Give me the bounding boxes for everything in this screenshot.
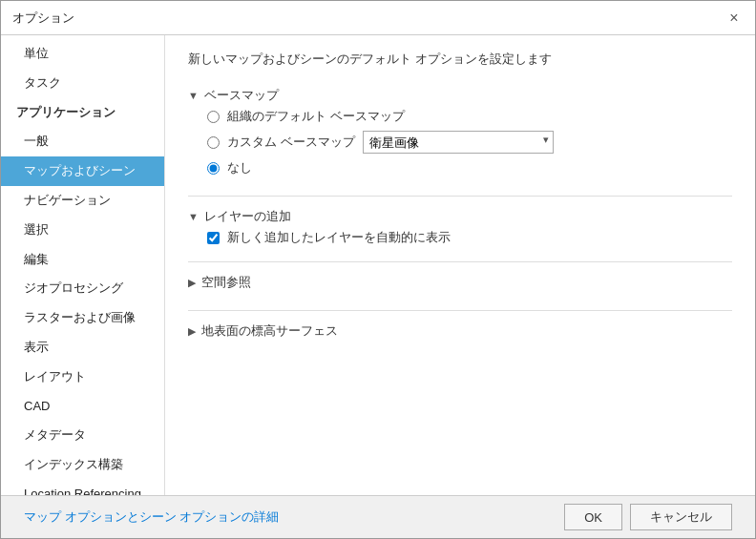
layer-add-section: ▼ レイヤーの追加 新しく追加したレイヤーを自動的に表示 bbox=[188, 204, 732, 246]
spatial-ref-section-title: 空間参照 bbox=[201, 274, 251, 291]
basemap-section-content: 組織のデフォルト ベースマップ カスタム ベースマップ 衛星画像 地形図 道路地… bbox=[188, 108, 732, 176]
sidebar-item-location-referencing[interactable]: Location Referencing bbox=[1, 480, 164, 495]
main-description: 新しいマップおよびシーンのデフォルト オプションを設定します bbox=[188, 51, 732, 68]
basemap-section-title: ベースマップ bbox=[204, 87, 279, 104]
basemap-dropdown[interactable]: 衛星画像 地形図 道路地図 地図なし bbox=[363, 131, 554, 154]
footer: マップ オプションとシーン オプションの詳細 OK キャンセル bbox=[1, 495, 755, 538]
sidebar-item-index-construction[interactable]: インデックス構築 bbox=[1, 450, 164, 480]
footer-link[interactable]: マップ オプションとシーン オプションの詳細 bbox=[24, 508, 279, 526]
radio-item-custom: カスタム ベースマップ 衛星画像 地形図 道路地図 地図なし bbox=[207, 131, 732, 154]
basemap-section: ▼ ベースマップ 組織のデフォルト ベースマップ カスタム ベースマップ bbox=[188, 83, 732, 180]
radio-custom[interactable] bbox=[207, 136, 220, 149]
divider-3 bbox=[188, 310, 732, 311]
dialog-body: 単位 タスク アプリケーション 一般 マップおよびシーン ナビゲーション 選択 … bbox=[1, 35, 755, 495]
surface-chevron: ▶ bbox=[188, 325, 196, 338]
basemap-section-header[interactable]: ▼ ベースマップ bbox=[188, 83, 732, 108]
sidebar-item-navigation[interactable]: ナビゲーション bbox=[1, 186, 164, 216]
divider-1 bbox=[188, 196, 732, 197]
ok-button[interactable]: OK bbox=[564, 504, 622, 530]
sidebar-item-task[interactable]: タスク bbox=[1, 69, 164, 98]
sidebar-item-selection[interactable]: 選択 bbox=[1, 216, 164, 245]
main-content: 新しいマップおよびシーンのデフォルト オプションを設定します ▼ ベースマップ … bbox=[165, 35, 755, 495]
dialog-title: オプション bbox=[12, 10, 74, 27]
sidebar-item-application: アプリケーション bbox=[1, 98, 164, 128]
sidebar-item-metadata[interactable]: メタデータ bbox=[1, 421, 164, 450]
layer-add-section-header[interactable]: ▼ レイヤーの追加 bbox=[188, 204, 732, 229]
divider-2 bbox=[188, 261, 732, 262]
radio-item-none: なし bbox=[207, 159, 732, 176]
spatial-ref-chevron: ▶ bbox=[188, 277, 196, 289]
cancel-button[interactable]: キャンセル bbox=[630, 504, 732, 530]
close-button[interactable]: × bbox=[724, 9, 744, 28]
sidebar-item-display[interactable]: 表示 bbox=[1, 333, 164, 363]
layer-auto-display-checkbox[interactable] bbox=[207, 232, 220, 244]
surface-section-header[interactable]: ▶ 地表面の標高サーフェス bbox=[188, 319, 732, 343]
layer-add-section-title: レイヤーの追加 bbox=[204, 208, 291, 225]
radio-org-default[interactable] bbox=[207, 111, 220, 123]
layer-auto-display-item: 新しく追加したレイヤーを自動的に表示 bbox=[207, 229, 732, 246]
layer-add-section-content: 新しく追加したレイヤーを自動的に表示 bbox=[188, 229, 732, 246]
radio-none[interactable] bbox=[207, 162, 220, 175]
sidebar-item-map-scene[interactable]: マップおよびシーン bbox=[1, 156, 164, 186]
basemap-chevron: ▼ bbox=[188, 90, 199, 101]
sidebar-item-unit[interactable]: 単位 bbox=[1, 39, 164, 69]
radio-org-default-label: 組織のデフォルト ベースマップ bbox=[227, 108, 405, 125]
sidebar-item-cad[interactable]: CAD bbox=[1, 392, 164, 422]
basemap-radio-group: 組織のデフォルト ベースマップ カスタム ベースマップ 衛星画像 地形図 道路地… bbox=[207, 108, 732, 176]
radio-custom-label: カスタム ベースマップ bbox=[227, 134, 355, 151]
surface-section: ▶ 地表面の標高サーフェス bbox=[188, 319, 732, 343]
radio-item-org-default: 組織のデフォルト ベースマップ bbox=[207, 108, 732, 125]
options-dialog: オプション × 単位 タスク アプリケーション 一般 マップおよびシーン ナビゲ… bbox=[0, 0, 756, 539]
sidebar-item-raster-image[interactable]: ラスターおよび画像 bbox=[1, 303, 164, 333]
dropdown-wrapper: 衛星画像 地形図 道路地図 地図なし bbox=[363, 131, 554, 154]
sidebar-item-geoprocessing[interactable]: ジオプロセシング bbox=[1, 274, 164, 303]
button-group: OK キャンセル bbox=[564, 504, 732, 530]
sidebar-item-general[interactable]: 一般 bbox=[1, 127, 164, 156]
sidebar-item-layout[interactable]: レイアウト bbox=[1, 363, 164, 392]
sidebar-item-edit[interactable]: 編集 bbox=[1, 245, 164, 275]
surface-section-title: 地表面の標高サーフェス bbox=[201, 322, 338, 340]
radio-none-label: なし bbox=[227, 159, 252, 176]
spatial-ref-section: ▶ 空間参照 bbox=[188, 270, 732, 295]
layer-add-chevron: ▼ bbox=[188, 211, 199, 222]
sidebar: 単位 タスク アプリケーション 一般 マップおよびシーン ナビゲーション 選択 … bbox=[1, 35, 165, 495]
titlebar: オプション × bbox=[1, 1, 755, 35]
spatial-ref-section-header[interactable]: ▶ 空間参照 bbox=[188, 270, 732, 295]
layer-auto-display-label: 新しく追加したレイヤーを自動的に表示 bbox=[227, 229, 451, 246]
